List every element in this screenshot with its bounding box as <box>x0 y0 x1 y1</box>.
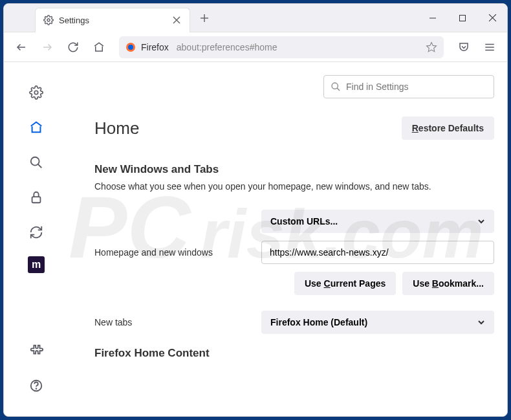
homepage-label: Homepage and new windows <box>94 247 261 258</box>
reload-button[interactable] <box>62 36 84 58</box>
sidebar-more-mozilla[interactable]: m <box>28 256 45 273</box>
maximize-button[interactable] <box>448 4 477 32</box>
find-in-settings[interactable] <box>323 75 494 98</box>
svg-point-22 <box>36 388 37 389</box>
urlbar-label: Firefox <box>141 42 169 52</box>
svg-rect-6 <box>460 15 466 21</box>
svg-marker-13 <box>427 42 437 51</box>
svg-point-18 <box>31 157 39 166</box>
sidebar-search[interactable] <box>25 151 47 173</box>
sidebar: m <box>4 62 69 416</box>
svg-point-17 <box>34 91 38 94</box>
search-icon <box>331 82 341 92</box>
svg-line-26 <box>337 88 340 91</box>
window-controls <box>418 4 507 32</box>
home-toolbar-button[interactable] <box>88 36 110 58</box>
back-button[interactable] <box>10 36 32 58</box>
section-title: New Windows and Tabs <box>94 163 494 176</box>
page-title: Home <box>94 118 139 138</box>
section-title-2: Firefox Home Content <box>94 347 494 360</box>
homepage-url-input[interactable] <box>261 241 494 264</box>
newtabs-label: New tabs <box>94 317 261 327</box>
newtabs-select-label: Firefox Home (Default) <box>270 317 367 327</box>
app-menu-button[interactable] <box>479 36 501 58</box>
pocket-button[interactable] <box>453 36 475 58</box>
svg-line-19 <box>38 164 42 168</box>
restore-defaults-button[interactable]: Restore Defaults <box>402 116 494 140</box>
svg-point-25 <box>332 83 338 89</box>
chevron-down-icon <box>477 217 485 225</box>
svg-point-0 <box>47 19 50 21</box>
svg-point-12 <box>128 45 133 50</box>
urlbar-url: about:preferences#home <box>177 42 277 52</box>
sidebar-help[interactable] <box>25 375 47 397</box>
new-tab-button[interactable] <box>194 8 215 28</box>
bookmark-star-icon[interactable] <box>426 41 437 53</box>
sidebar-general[interactable] <box>25 82 47 104</box>
minimize-button[interactable] <box>418 4 448 32</box>
browser-tab[interactable]: Settings <box>35 8 190 32</box>
homepage-select-label: Custom URLs... <box>270 216 338 227</box>
titlebar: Settings <box>4 4 507 32</box>
sidebar-extensions[interactable] <box>25 340 47 362</box>
use-current-pages-button[interactable]: Use Current Pages <box>294 272 396 295</box>
homepage-select[interactable]: Custom URLs... <box>261 210 494 233</box>
toolbar: Firefox about:preferences#home <box>4 32 507 62</box>
tab-title: Settings <box>59 16 166 25</box>
section-desc: Choose what you see when you open your h… <box>94 181 494 192</box>
use-bookmark-button[interactable]: Use Bookmark... <box>402 272 494 295</box>
close-window-button[interactable] <box>477 4 507 32</box>
forward-button[interactable] <box>36 36 58 58</box>
firefox-icon <box>125 42 136 52</box>
gear-icon <box>43 15 54 25</box>
sidebar-sync[interactable] <box>25 221 47 243</box>
search-input[interactable] <box>346 82 487 92</box>
close-icon[interactable] <box>171 15 182 25</box>
chevron-down-icon <box>477 318 485 326</box>
sidebar-privacy[interactable] <box>25 186 47 208</box>
url-bar[interactable]: Firefox about:preferences#home <box>119 36 444 58</box>
sidebar-home[interactable] <box>25 116 47 138</box>
newtabs-select[interactable]: Firefox Home (Default) <box>261 311 494 334</box>
svg-rect-20 <box>32 197 41 203</box>
